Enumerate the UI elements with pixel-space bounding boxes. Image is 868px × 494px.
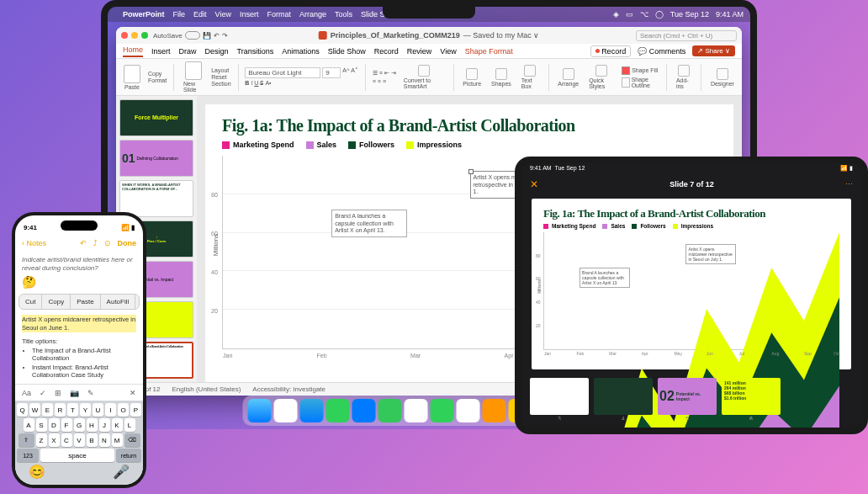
ipad-thumb-6[interactable]: 141 million264 million $68 billion$1.6 t…	[722, 378, 781, 415]
key-p[interactable]: P	[130, 403, 141, 417]
indent-inc[interactable]: ⇥	[391, 70, 396, 77]
ipad-thumb-3[interactable]: 3	[530, 378, 589, 415]
more-icon[interactable]: ⊙	[104, 239, 111, 247]
indent-dec[interactable]: ⇤	[384, 70, 389, 77]
camera-icon[interactable]: 📷	[70, 389, 79, 397]
table-icon[interactable]: ⊞	[55, 389, 61, 397]
key-w[interactable]: W	[29, 403, 40, 417]
tab-home[interactable]: Home	[123, 45, 143, 57]
key-s[interactable]: S	[36, 418, 47, 432]
more-button[interactable]: ⋯	[845, 180, 853, 189]
language[interactable]: English (United States)	[172, 385, 241, 393]
dock-contacts[interactable]	[483, 399, 506, 422]
dock-calendar[interactable]	[457, 399, 480, 422]
notes-back[interactable]: ‹ Notes	[22, 239, 46, 247]
align-center[interactable]: ≡	[378, 78, 381, 84]
done-button[interactable]: Done	[118, 239, 137, 247]
close-keyboard-icon[interactable]: ✕	[130, 389, 136, 397]
dock-finder[interactable]	[248, 399, 272, 422]
ipad-thumb-4[interactable]: 4	[594, 378, 653, 415]
tab-slideshow[interactable]: Slide Show	[328, 47, 366, 56]
tab-design[interactable]: Design	[205, 47, 229, 56]
selected-text[interactable]: Artist X opens midcareer retrospective i…	[22, 315, 136, 333]
align-right[interactable]: ≡	[383, 78, 386, 84]
ctx-more[interactable]: >	[135, 295, 140, 309]
dock-safari[interactable]	[300, 399, 324, 422]
title-opt-1[interactable]: The Impact of a Brand-Artist Collaborati…	[32, 347, 136, 362]
arrange-button[interactable]	[563, 68, 574, 80]
document-title[interactable]: Principles_Of_Marketing_COMM219	[331, 31, 460, 40]
format-painter[interactable]: Format	[148, 77, 167, 83]
key-c[interactable]: C	[61, 433, 72, 447]
share-button[interactable]: ↗ Share ∨	[692, 45, 735, 56]
undo-icon[interactable]: ↶	[80, 239, 87, 247]
menu-edit[interactable]: Edit	[193, 10, 207, 19]
menu-insert[interactable]: Insert	[240, 10, 259, 19]
dock-messages[interactable]	[326, 399, 350, 422]
annotation-1[interactable]: Brand A launches a capsule collection wi…	[331, 210, 407, 237]
key-y[interactable]: Y	[80, 403, 91, 417]
grow-font[interactable]: A^	[342, 67, 349, 78]
align-left[interactable]: ≡	[373, 78, 376, 84]
key-b[interactable]: B	[87, 433, 98, 447]
tab-record[interactable]: Record	[374, 47, 399, 56]
menu-arrange[interactable]: Arrange	[299, 10, 326, 19]
key-i[interactable]: I	[105, 403, 116, 417]
wifi-icon[interactable]: ◈	[613, 10, 619, 19]
key-123[interactable]: 123	[17, 449, 39, 462]
mic-key-icon[interactable]: 🎤	[113, 464, 130, 480]
key-g[interactable]: G	[74, 418, 85, 432]
paste-button[interactable]	[124, 65, 140, 83]
title-opt-2[interactable]: Instant Impact: Brand-Artist Collaborati…	[32, 364, 136, 379]
thumb-2[interactable]: 01Defining Collaboration	[119, 140, 193, 177]
emoji-key-icon[interactable]: 😊	[29, 464, 45, 480]
shape-fill-swatch[interactable]	[622, 66, 630, 75]
dock-maps[interactable]	[378, 399, 402, 422]
shape-outline[interactable]: Shape Outline	[632, 77, 659, 88]
key-f[interactable]: F	[61, 418, 72, 432]
bullets[interactable]: ☰	[373, 70, 378, 77]
key-shift[interactable]: ⇧	[19, 433, 34, 447]
dock-photos[interactable]	[405, 399, 428, 422]
key-q[interactable]: Q	[17, 403, 28, 417]
copy-button[interactable]: Copy	[148, 71, 167, 77]
italic-button[interactable]: I	[251, 80, 252, 87]
ctx-autofill[interactable]: AutoFill	[101, 295, 136, 309]
key-return[interactable]: return	[116, 449, 141, 462]
thumb-1[interactable]: Force Multiplier	[119, 99, 193, 136]
menu-view[interactable]: View	[215, 10, 231, 19]
control-center-icon[interactable]: ⌥	[640, 10, 648, 19]
accessibility[interactable]: Accessibility: Investigate	[252, 385, 326, 393]
tab-review[interactable]: Review	[407, 47, 432, 56]
key-space[interactable]: space	[40, 449, 114, 462]
tab-transitions[interactable]: Transitions	[237, 47, 274, 56]
battery-icon[interactable]: ▭	[626, 10, 633, 19]
shape-outline-swatch[interactable]	[622, 77, 630, 88]
strike-button[interactable]: S̶	[260, 80, 263, 87]
menu-format[interactable]: Format	[267, 10, 291, 19]
menubar-time[interactable]: 9:41 AM	[716, 10, 744, 19]
new-slide-button[interactable]	[185, 61, 202, 80]
menubar-date[interactable]: Tue Sep 12	[670, 10, 709, 19]
textbox-button[interactable]	[524, 65, 536, 77]
ctx-paste[interactable]: Paste	[71, 295, 100, 309]
dock-mail[interactable]	[352, 399, 376, 422]
picture-button[interactable]	[466, 68, 478, 80]
shrink-font[interactable]: A˅	[351, 67, 358, 78]
key-n[interactable]: N	[99, 433, 110, 447]
menu-tools[interactable]: Tools	[335, 10, 352, 19]
underline-button[interactable]: U	[254, 80, 258, 87]
tab-insert[interactable]: Insert	[151, 47, 171, 56]
key-d[interactable]: D	[49, 418, 60, 432]
bold-button[interactable]: B	[245, 80, 249, 87]
minimize-button[interactable]	[131, 32, 138, 39]
menubar-app[interactable]: PowerPoint	[123, 10, 165, 19]
ctx-cut[interactable]: Cut	[19, 295, 42, 309]
key-backspace[interactable]: ⌫	[124, 433, 140, 447]
checklist-icon[interactable]: ✓	[40, 389, 46, 397]
key-j[interactable]: J	[99, 418, 110, 432]
size-select[interactable]: 9	[322, 67, 341, 78]
key-t[interactable]: T	[67, 403, 78, 417]
key-v[interactable]: V	[74, 433, 85, 447]
search-field[interactable]: Search (Cmd + Ctrl + U)	[636, 30, 737, 41]
